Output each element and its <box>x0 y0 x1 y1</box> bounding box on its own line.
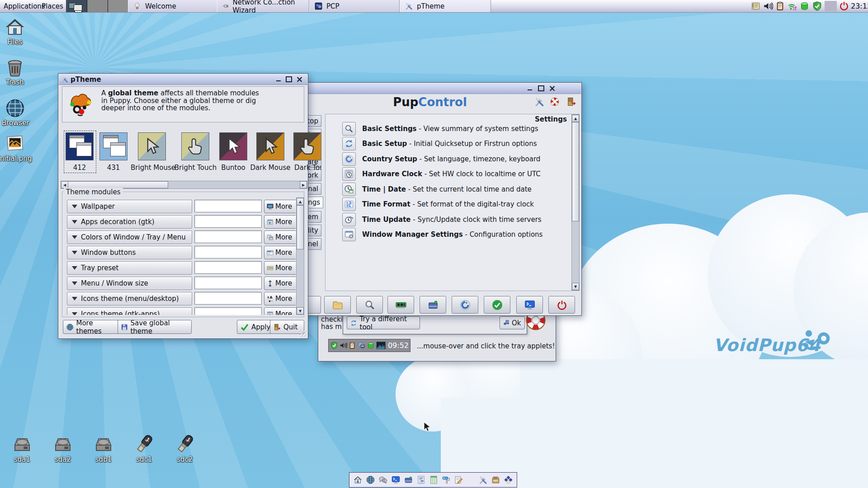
module-entry[interactable] <box>194 246 262 258</box>
workspace-2[interactable] <box>87 0 108 12</box>
taskbar-window-welcome[interactable]: Welcome <box>128 0 218 12</box>
module-expander-icons-menu-desktop[interactable]: Icons theme (menu/desktop) <box>67 292 192 305</box>
desktop-drive-sdc1[interactable]: sdc1 <box>132 433 156 464</box>
dock-games-icon[interactable] <box>504 474 513 486</box>
scrollbar-thumb[interactable] <box>68 181 168 188</box>
taskbar-window-pcp[interactable]: PCP <box>309 0 400 12</box>
country-setup-icon[interactable] <box>342 152 356 166</box>
menu-places[interactable]: Places <box>38 0 67 12</box>
module-entry[interactable] <box>194 292 262 305</box>
module-entry[interactable] <box>194 215 262 228</box>
desktop-icon-browser[interactable]: Browser <box>2 98 28 127</box>
theme-bright-touch[interactable] <box>181 132 209 160</box>
module-expander-tray-preset[interactable]: Tray preset <box>67 261 192 275</box>
try-different-tool-button[interactable]: Try a different tool <box>347 316 420 329</box>
module-more-icons-gtk-apps[interactable]: More <box>264 307 296 315</box>
theme-dark-touch[interactable] <box>293 132 321 160</box>
help-lifesaver-icon[interactable] <box>549 96 560 107</box>
workspace-1-active[interactable] <box>66 0 87 12</box>
volume-icon[interactable] <box>763 1 773 11</box>
pupcontrol-titlebar[interactable] <box>286 83 581 94</box>
time-format-icon[interactable] <box>342 197 356 211</box>
taskbar-window-ptheme[interactable]: pTheme <box>400 0 491 12</box>
dock-spreadsheet-icon[interactable] <box>429 474 439 486</box>
minimize-button[interactable] <box>526 84 533 92</box>
module-expander-colors[interactable]: Colors of Window / Tray / Menu <box>67 230 192 244</box>
settings-scrollbar[interactable]: ▲ ▼ <box>571 114 580 291</box>
module-more-icons-menu-desktop[interactable]: More <box>264 292 296 305</box>
module-expander-apps-decoration[interactable]: Apps decoration (gtk) <box>67 215 192 229</box>
setup-tools-icon[interactable] <box>534 96 545 107</box>
modules-scrollbar[interactable]: ▲ ▼ <box>296 197 304 315</box>
desktop-icon-initial-png[interactable]: Initial.png <box>0 134 33 163</box>
blank-applet[interactable] <box>825 1 837 11</box>
minimize-button[interactable] <box>274 75 282 83</box>
ptheme-titlebar[interactable]: pTheme <box>59 74 307 85</box>
dock-terminal-icon[interactable] <box>391 474 401 486</box>
more-themes-button[interactable]: More themes <box>63 320 123 334</box>
module-more-window-buttons[interactable]: More <box>264 246 296 259</box>
dock-setup-icon[interactable] <box>478 474 488 486</box>
toolbar-drives-button[interactable] <box>420 296 446 314</box>
apply-button[interactable]: Apply <box>237 320 274 334</box>
theme-412[interactable] <box>66 132 94 160</box>
toolbar-power-button[interactable] <box>548 296 575 314</box>
theme-bright-mouse[interactable] <box>138 132 166 160</box>
dock-browser-icon[interactable] <box>366 474 375 486</box>
scroll-up-arrow[interactable]: ▲ <box>297 198 304 205</box>
module-more-menu-window-size[interactable]: More <box>264 277 296 290</box>
scrollbar-thumb[interactable] <box>572 122 579 221</box>
toolbar-ok-button[interactable] <box>484 296 510 314</box>
theme-buntoo[interactable] <box>219 132 247 160</box>
module-expander-icons-gtk-apps[interactable]: Icons theme (gtk-apps) <box>67 307 192 315</box>
close-button[interactable] <box>296 75 303 83</box>
module-more-apps-decoration[interactable]: More <box>264 215 296 229</box>
item-country-setup[interactable]: Country Setup - Set language, timezone, … <box>362 155 540 163</box>
dock-editor-icon[interactable] <box>454 474 463 486</box>
desktop-drive-sdc2[interactable]: sdc2 <box>173 433 197 464</box>
module-expander-menu-window-size[interactable]: Menu / Window size <box>67 277 192 290</box>
module-expander-window-buttons[interactable]: Window buttons <box>67 246 192 259</box>
time-update-icon[interactable] <box>342 213 356 226</box>
item-time-format[interactable]: Time Format - Set format of the digital-… <box>362 200 534 208</box>
basic-settings-icon[interactable] <box>342 122 356 136</box>
desktop-drive-sda2[interactable]: sda2 <box>51 434 75 464</box>
item-basic-settings[interactable]: Basic Settings - View summary of system … <box>362 125 538 133</box>
module-more-tray-preset[interactable]: More <box>264 261 296 275</box>
wm-settings-icon[interactable] <box>342 228 356 241</box>
module-entry[interactable] <box>194 277 262 289</box>
maximize-button[interactable] <box>537 84 545 92</box>
close-button[interactable] <box>548 84 556 92</box>
clipboard-icon[interactable] <box>775 1 785 11</box>
scroll-down-arrow[interactable]: ▼ <box>572 283 579 290</box>
shield-icon[interactable] <box>812 1 822 11</box>
taskbar-window-network-wizard[interactable]: Network Co...ction Wizard <box>217 0 309 12</box>
scroll-down-arrow[interactable]: ▼ <box>297 307 304 314</box>
disk-usage-icon[interactable] <box>799 1 810 11</box>
time-date-icon[interactable] <box>342 183 356 196</box>
desktop-drive-sdb1[interactable]: sdb1 <box>91 434 116 464</box>
desktop-icon-files[interactable]: Files <box>2 16 28 46</box>
dock-writer-icon[interactable] <box>416 474 426 486</box>
theme-dark-mouse[interactable] <box>256 132 284 160</box>
module-entry[interactable] <box>194 307 262 315</box>
basic-setup-icon[interactable] <box>342 137 356 150</box>
save-global-theme-button[interactable]: Save global theme <box>118 320 192 334</box>
module-entry[interactable] <box>194 230 262 243</box>
toolbar-internet-button[interactable] <box>452 296 478 314</box>
exit-door-icon[interactable] <box>566 96 577 107</box>
clock[interactable]: 23:12 <box>851 2 868 10</box>
item-time-update[interactable]: Time Update - Sync/Update clock with tim… <box>362 216 542 224</box>
dock-home-icon[interactable] <box>353 474 363 486</box>
item-hardware-clock[interactable]: Hardware Clock - Set HW clock to localti… <box>362 170 541 178</box>
toolbar-terminal-button[interactable] <box>516 296 543 314</box>
dock-paint-icon[interactable] <box>441 474 451 486</box>
item-wm-settings[interactable]: Window Manager Settings - Configuration … <box>362 230 542 239</box>
scroll-up-arrow[interactable]: ▲ <box>572 115 579 122</box>
wifi-icon[interactable] <box>787 1 797 12</box>
hardware-clock-icon[interactable] <box>342 167 356 181</box>
resize-grip[interactable] <box>299 330 307 337</box>
scrollbar-thumb[interactable] <box>297 205 304 249</box>
toolbar-memory-button[interactable] <box>387 296 414 314</box>
desktop-drive-sda1[interactable]: sda1 <box>10 434 34 464</box>
